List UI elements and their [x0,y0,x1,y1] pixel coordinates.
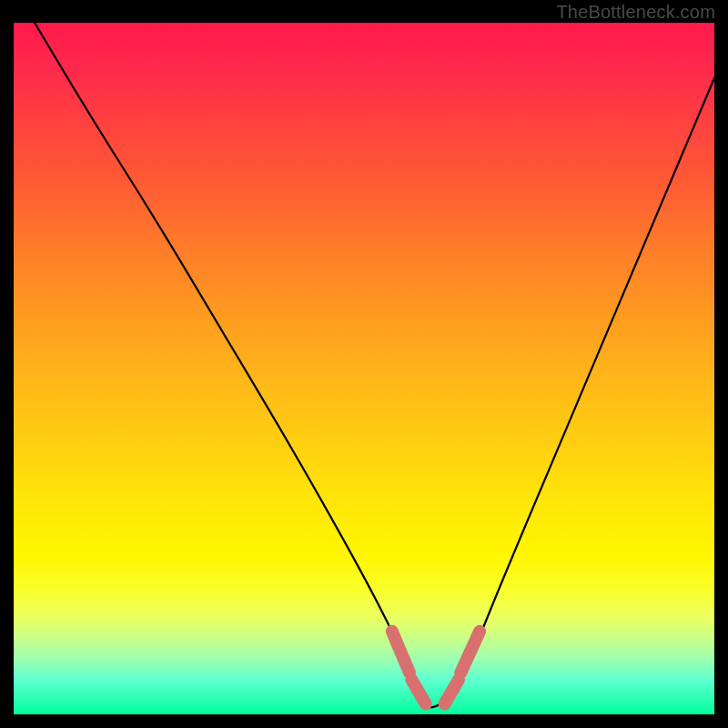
highlight-right-seg2 [460,632,480,673]
highlight-left-seg1 [392,632,410,673]
plot-area [14,23,714,714]
curve-path [35,23,714,707]
bottleneck-curve [14,23,714,714]
highlight-right-seg1 [445,680,459,704]
highlight-left-seg2 [411,680,425,704]
chart-frame: TheBottleneck.com [0,0,728,728]
watermark-label: TheBottleneck.com [556,2,715,23]
